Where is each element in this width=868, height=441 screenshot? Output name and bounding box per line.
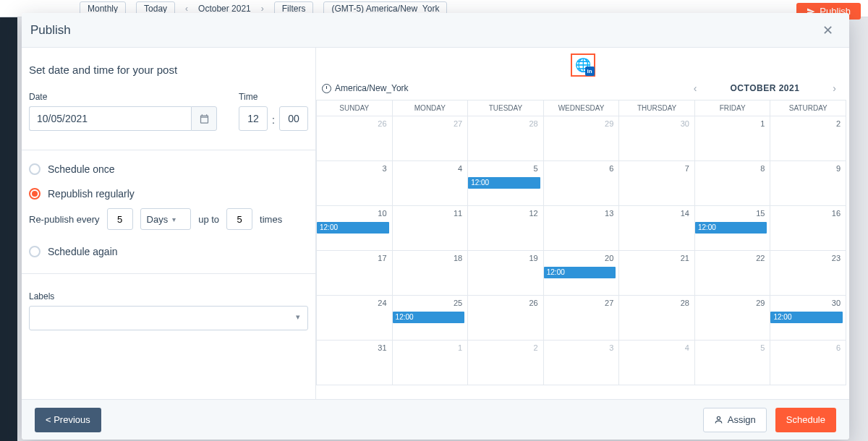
calendar-day-number: 2 xyxy=(534,343,538,352)
calendar-day-number: 10 xyxy=(378,209,386,218)
calendar-day-number: 1 xyxy=(458,343,462,352)
calendar-day-cell[interactable]: 1 xyxy=(695,116,771,161)
calendar-event[interactable]: 12:00 xyxy=(393,312,465,323)
calendar-event[interactable]: 12:00 xyxy=(317,222,389,234)
calendar-day-number: 13 xyxy=(605,209,613,218)
calendar-event[interactable]: 12:00 xyxy=(695,222,767,234)
calendar-day-number: 15 xyxy=(756,209,765,218)
schedule-button[interactable]: Schedule xyxy=(775,408,836,432)
calendar-day-cell[interactable]: 11 xyxy=(393,206,469,251)
calendar-day-cell[interactable]: 23 xyxy=(770,251,846,296)
calendar-day-number: 31 xyxy=(378,343,386,352)
calendar-day-header: SUNDAY xyxy=(317,100,393,116)
calendar-day-number: 16 xyxy=(832,209,841,218)
previous-button[interactable]: < Previous xyxy=(35,408,101,432)
calendar-day-cell[interactable]: 2 xyxy=(468,341,544,385)
calendar-day-cell[interactable]: 13 xyxy=(544,206,620,251)
calendar-day-number: 4 xyxy=(458,164,462,173)
calendar-day-cell[interactable]: 16 xyxy=(770,206,846,251)
calendar-day-cell[interactable]: 30 xyxy=(619,116,695,161)
calendar-day-cell[interactable]: 7 xyxy=(619,161,695,206)
calendar-event[interactable]: 12:00 xyxy=(544,267,616,278)
calendar-day-cell[interactable]: 3 xyxy=(317,161,393,206)
calendar-day-cell[interactable]: 26 xyxy=(468,296,544,341)
calendar-day-cell[interactable]: 5 xyxy=(695,341,771,385)
bg-prev-arrow[interactable]: ‹ xyxy=(185,4,188,14)
calendar-day-number: 5 xyxy=(534,164,538,173)
calendar-day-cell[interactable]: 17 xyxy=(317,251,393,296)
calendar-day-cell[interactable]: 27 xyxy=(544,296,620,341)
calendar-next-month[interactable]: › xyxy=(828,82,841,94)
calendar-day-cell[interactable]: 12 xyxy=(468,206,544,251)
radio-republish-regularly[interactable]: Republish regularly xyxy=(29,188,308,200)
calendar-day-cell[interactable]: 2 xyxy=(770,116,846,161)
calendar-day-cell[interactable]: 27 xyxy=(393,116,469,161)
date-input[interactable] xyxy=(29,106,191,131)
app-left-rail xyxy=(0,0,17,441)
calendar-day-cell[interactable]: 8 xyxy=(695,161,771,206)
calendar-day-cell[interactable]: 2012:00 xyxy=(544,251,620,296)
user-icon xyxy=(714,415,723,424)
calendar-day-cell[interactable]: 4 xyxy=(393,161,469,206)
calendar-event[interactable]: 12:00 xyxy=(770,312,843,323)
calendar-day-cell[interactable]: 512:00 xyxy=(468,161,544,206)
radio-schedule-once[interactable]: Schedule once xyxy=(29,163,308,175)
repub-interval-input[interactable] xyxy=(107,208,133,230)
calendar-day-number: 24 xyxy=(378,299,386,307)
modal-footer: < Previous Assign Schedule xyxy=(22,399,849,440)
calendar-day-number: 6 xyxy=(836,343,841,352)
calendar-day-cell[interactable]: 3012:00 xyxy=(770,296,846,341)
account-badge[interactable]: 🌐 in xyxy=(571,53,595,77)
calendar-day-number: 27 xyxy=(605,299,613,307)
radio-schedule-again[interactable]: Schedule again xyxy=(29,246,308,257)
calendar-day-cell[interactable]: 31 xyxy=(317,341,393,385)
assign-button[interactable]: Assign xyxy=(703,408,767,432)
calendar-day-cell[interactable]: 1012:00 xyxy=(317,206,393,251)
calendar-picker-icon[interactable] xyxy=(191,106,217,131)
calendar-day-number: 9 xyxy=(836,164,841,173)
calendar-day-cell[interactable]: 29 xyxy=(544,116,620,161)
calendar-day-header: MONDAY xyxy=(393,100,469,116)
calendar-day-cell[interactable]: 28 xyxy=(619,296,695,341)
time-minute-input[interactable] xyxy=(279,106,308,131)
calendar-day-number: 28 xyxy=(681,299,689,307)
repub-upto-input[interactable] xyxy=(226,208,252,230)
calendar-prev-month[interactable]: ‹ xyxy=(689,82,702,94)
repub-unit-select[interactable]: Days xyxy=(140,208,192,230)
close-icon[interactable]: ✕ xyxy=(820,20,836,41)
calendar-day-cell[interactable]: 1 xyxy=(393,341,469,385)
calendar-day-cell[interactable]: 19 xyxy=(468,251,544,296)
radio-label: Republish regularly xyxy=(48,188,135,200)
calendar-day-cell[interactable]: 18 xyxy=(393,251,469,296)
repub-prefix: Re-publish every xyxy=(29,214,100,225)
svg-point-0 xyxy=(717,416,720,419)
calendar-day-number: 2 xyxy=(836,119,841,128)
calendar-day-cell[interactable]: 4 xyxy=(619,341,695,385)
labels-select[interactable] xyxy=(29,306,308,330)
calendar-day-cell[interactable]: 22 xyxy=(695,251,771,296)
calendar-day-cell[interactable]: 9 xyxy=(770,161,846,206)
calendar-day-cell[interactable]: 24 xyxy=(317,296,393,341)
calendar-event[interactable]: 12:00 xyxy=(468,177,540,189)
calendar-day-cell[interactable]: 28 xyxy=(468,116,544,161)
calendar-day-cell[interactable]: 26 xyxy=(317,116,393,161)
calendar-month-label: OCTOBER 2021 xyxy=(731,83,800,93)
calendar-day-cell[interactable]: 2512:00 xyxy=(393,296,469,341)
calendar-day-header: WEDNESDAY xyxy=(544,100,620,116)
time-label: Time xyxy=(239,92,308,102)
calendar-day-header: FRIDAY xyxy=(695,100,771,116)
calendar-day-cell[interactable]: 3 xyxy=(544,341,620,385)
calendar-day-cell[interactable]: 14 xyxy=(619,206,695,251)
calendar-day-cell[interactable]: 6 xyxy=(770,341,846,385)
radio-icon xyxy=(29,246,41,257)
calendar-day-cell[interactable]: 1512:00 xyxy=(695,206,771,251)
time-hour-input[interactable] xyxy=(239,106,268,131)
calendar-day-number: 11 xyxy=(454,209,462,218)
calendar-day-cell[interactable]: 6 xyxy=(544,161,620,206)
calendar-day-number: 23 xyxy=(832,254,841,262)
bg-next-arrow[interactable]: › xyxy=(261,4,264,14)
calendar-day-cell[interactable]: 29 xyxy=(695,296,771,341)
calendar-day-number: 30 xyxy=(681,119,689,128)
calendar-day-number: 29 xyxy=(605,119,613,128)
calendar-day-cell[interactable]: 21 xyxy=(619,251,695,296)
